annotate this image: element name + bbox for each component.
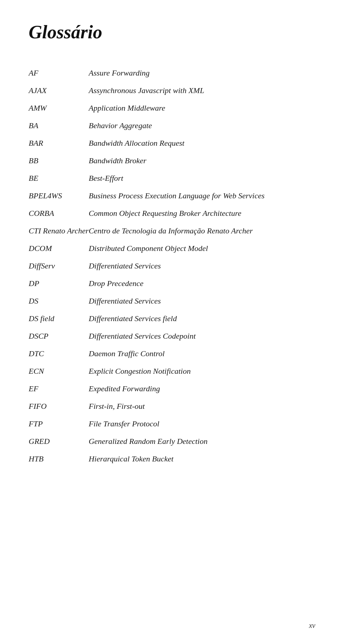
glossary-row: CORBACommon Object Requesting Broker Arc… bbox=[29, 204, 315, 222]
glossary-term: BA bbox=[29, 117, 89, 134]
glossary-definition: Business Process Execution Language for … bbox=[89, 187, 315, 204]
glossary-row: FIFOFirst-in, First-out bbox=[29, 397, 315, 415]
glossary-row: DiffServDifferentiated Services bbox=[29, 257, 315, 275]
glossary-term: BE bbox=[29, 169, 89, 187]
glossary-term: GRED bbox=[29, 432, 89, 450]
glossary-definition: Generalized Random Early Detection bbox=[89, 432, 315, 450]
glossary-definition: Differentiated Services Codepoint bbox=[89, 327, 315, 345]
glossary-term: DCOM bbox=[29, 239, 89, 257]
glossary-term: FIFO bbox=[29, 397, 89, 415]
glossary-definition: Distributed Component Object Model bbox=[89, 239, 315, 257]
glossary-term: DiffServ bbox=[29, 257, 89, 275]
glossary-term: AJAX bbox=[29, 82, 89, 99]
glossary-row: AFAssure Forwarding bbox=[29, 64, 315, 82]
glossary-definition: Hierarquical Token Bucket bbox=[89, 450, 315, 468]
glossary-definition: Bandwidth Broker bbox=[89, 152, 315, 169]
glossary-row: DTCDaemon Traffic Control bbox=[29, 345, 315, 362]
glossary-row: DS fieldDifferentiated Services field bbox=[29, 310, 315, 327]
glossary-row: BBBandwidth Broker bbox=[29, 152, 315, 169]
glossary-term: DS bbox=[29, 292, 89, 310]
glossary-term: BB bbox=[29, 152, 89, 169]
glossary-definition: Differentiated Services bbox=[89, 292, 315, 310]
glossary-definition: First-in, First-out bbox=[89, 397, 315, 415]
glossary-definition: Daemon Traffic Control bbox=[89, 345, 315, 362]
glossary-row: DSDifferentiated Services bbox=[29, 292, 315, 310]
glossary-term: AMW bbox=[29, 99, 89, 117]
glossary-row: EFExpedited Forwarding bbox=[29, 380, 315, 397]
glossary-definition: Centro de Tecnologia da Informação Renat… bbox=[89, 222, 315, 239]
glossary-definition: Application Middleware bbox=[89, 99, 315, 117]
glossary-definition: Assynchronous Javascript with XML bbox=[89, 82, 315, 99]
glossary-row: GREDGeneralized Random Early Detection bbox=[29, 432, 315, 450]
glossary-term: DP bbox=[29, 275, 89, 292]
page-number: xv bbox=[309, 621, 315, 630]
glossary-definition: File Transfer Protocol bbox=[89, 415, 315, 432]
glossary-definition: Behavior Aggregate bbox=[89, 117, 315, 134]
glossary-term: CORBA bbox=[29, 204, 89, 222]
glossary-term: DSCP bbox=[29, 327, 89, 345]
glossary-definition: Bandwidth Allocation Request bbox=[89, 134, 315, 152]
glossary-row: BARBandwidth Allocation Request bbox=[29, 134, 315, 152]
glossary-row: BEBest-Effort bbox=[29, 169, 315, 187]
glossary-row: DSCPDifferentiated Services Codepoint bbox=[29, 327, 315, 345]
glossary-term: HTB bbox=[29, 450, 89, 468]
glossary-definition: Common Object Requesting Broker Architec… bbox=[89, 204, 315, 222]
glossary-row: ECNExplicit Congestion Notification bbox=[29, 362, 315, 380]
glossary-term: DS field bbox=[29, 310, 89, 327]
glossary-definition: Assure Forwarding bbox=[89, 64, 315, 82]
glossary-definition: Differentiated Services bbox=[89, 257, 315, 275]
glossary-term: ECN bbox=[29, 362, 89, 380]
glossary-table: AFAssure ForwardingAJAXAssynchronous Jav… bbox=[29, 64, 315, 468]
glossary-definition: Differentiated Services field bbox=[89, 310, 315, 327]
glossary-definition: Expedited Forwarding bbox=[89, 380, 315, 397]
glossary-row: BPEL4WSBusiness Process Execution Langua… bbox=[29, 187, 315, 204]
glossary-row: BABehavior Aggregate bbox=[29, 117, 315, 134]
glossary-term: AF bbox=[29, 64, 89, 82]
glossary-term: CTI Renato Archer bbox=[29, 222, 89, 239]
glossary-row: AMWApplication Middleware bbox=[29, 99, 315, 117]
glossary-term: BAR bbox=[29, 134, 89, 152]
page-title: Glossário bbox=[29, 21, 315, 43]
glossary-term: BPEL4WS bbox=[29, 187, 89, 204]
glossary-definition: Best-Effort bbox=[89, 169, 315, 187]
glossary-term: DTC bbox=[29, 345, 89, 362]
glossary-row: DCOMDistributed Component Object Model bbox=[29, 239, 315, 257]
glossary-row: CTI Renato ArcherCentro de Tecnologia da… bbox=[29, 222, 315, 239]
glossary-row: AJAXAssynchronous Javascript with XML bbox=[29, 82, 315, 99]
glossary-definition: Drop Precedence bbox=[89, 275, 315, 292]
glossary-definition: Explicit Congestion Notification bbox=[89, 362, 315, 380]
glossary-row: DPDrop Precedence bbox=[29, 275, 315, 292]
glossary-row: HTBHierarquical Token Bucket bbox=[29, 450, 315, 468]
glossary-term: EF bbox=[29, 380, 89, 397]
glossary-row: FTPFile Transfer Protocol bbox=[29, 415, 315, 432]
glossary-term: FTP bbox=[29, 415, 89, 432]
